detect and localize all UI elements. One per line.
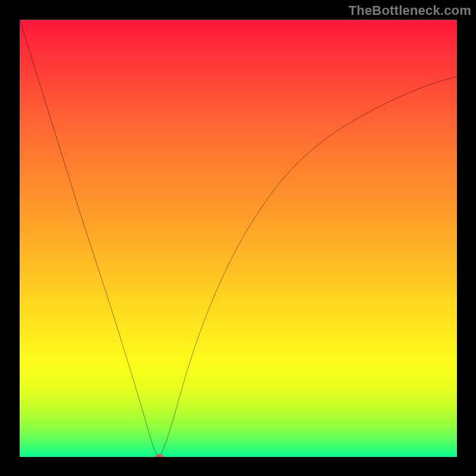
bottleneck-curve-path bbox=[20, 20, 457, 456]
optimum-marker bbox=[155, 454, 164, 458]
chart-frame: TheBottleneck.com bbox=[0, 0, 476, 476]
plot-area bbox=[20, 20, 457, 457]
curve-svg bbox=[20, 20, 457, 457]
watermark-text: TheBottleneck.com bbox=[349, 3, 471, 18]
